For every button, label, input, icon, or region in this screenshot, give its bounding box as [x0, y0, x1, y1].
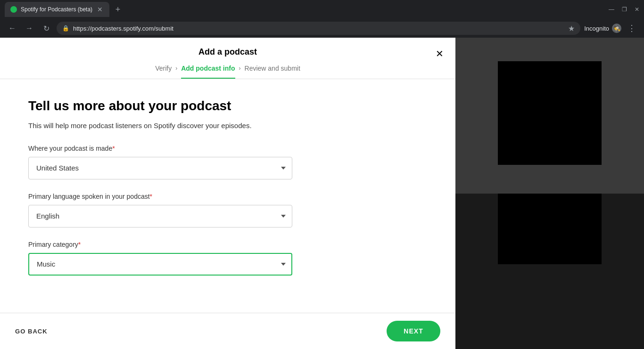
right-panel: [455, 38, 644, 349]
browser-addressbar: ← → ↻ 🔒 https://podcasters.spotify.com/s…: [0, 19, 644, 38]
new-tab-button[interactable]: +: [112, 4, 124, 15]
page-header: Add a podcast ✕ Verify › Add podcast inf…: [0, 38, 455, 79]
category-label: Primary category*: [28, 241, 292, 248]
right-panel-top: [455, 38, 644, 194]
lock-icon: 🔒: [62, 25, 69, 32]
next-button[interactable]: NEXT: [387, 321, 440, 341]
country-select-wrapper: United States United Kingdom Canada Aust…: [28, 157, 292, 179]
form-container: Tell us more about your podcast This wil…: [28, 98, 292, 276]
go-back-button[interactable]: GO BACK: [15, 328, 48, 335]
category-select-wrapper: Music Comedy News True Crime Sports Tech…: [28, 253, 292, 276]
right-panel-main-image: [498, 61, 602, 165]
incognito-label: Incognito: [584, 25, 609, 32]
language-select[interactable]: English Spanish French German Portuguese…: [28, 205, 292, 227]
window-controls: — ❐ ✕: [609, 6, 639, 13]
form-description: This will help more podcast listeners on…: [28, 122, 292, 130]
address-bar[interactable]: 🔒 https://podcasters.spotify.com/submit …: [57, 22, 580, 35]
form-scroll-area: Tell us more about your podcast This wil…: [0, 79, 455, 313]
country-form-group: Where your podcast is made* United State…: [28, 145, 292, 179]
language-form-group: Primary language spoken in your podcast*…: [28, 193, 292, 227]
page-layout: Add a podcast ✕ Verify › Add podcast inf…: [0, 38, 644, 349]
tab-title: Spotify for Podcasters (beta): [21, 6, 92, 13]
address-right-controls: ★: [568, 24, 575, 33]
incognito-icon: 🕵: [612, 24, 621, 33]
close-dialog-button[interactable]: ✕: [433, 47, 446, 60]
step-verify[interactable]: Verify: [155, 65, 172, 72]
page-footer: GO BACK NEXT: [0, 313, 455, 349]
category-form-group: Primary category* Music Comedy News True…: [28, 241, 292, 276]
step-review-submit[interactable]: Review and submit: [245, 65, 300, 72]
chevron-icon-2: ›: [239, 65, 241, 72]
page-title: Add a podcast: [0, 47, 455, 57]
incognito-area: Incognito 🕵: [584, 24, 621, 33]
main-content: Add a podcast ✕ Verify › Add podcast inf…: [0, 38, 455, 349]
right-panel-bottom: [455, 194, 644, 349]
close-window-button[interactable]: ✕: [635, 6, 639, 13]
right-panel-secondary-image: [498, 194, 602, 264]
language-required-star: *: [150, 193, 152, 200]
form-heading: Tell us more about your podcast: [28, 98, 292, 114]
url-text: https://podcasters.spotify.com/submit: [73, 25, 173, 32]
country-label: Where your podcast is made*: [28, 145, 292, 152]
language-label: Primary language spoken in your podcast*: [28, 193, 292, 200]
steps-nav: Verify › Add podcast info › Review and s…: [0, 65, 455, 79]
step-add-podcast-info[interactable]: Add podcast info: [181, 65, 235, 79]
reload-button[interactable]: ↻: [40, 22, 53, 35]
tab-favicon-icon: [10, 6, 17, 13]
country-required-star: *: [112, 145, 115, 152]
maximize-button[interactable]: ❐: [622, 6, 627, 13]
chevron-icon-1: ›: [175, 65, 177, 72]
browser-titlebar: Spotify for Podcasters (beta) ✕ + — ❐ ✕: [0, 0, 644, 19]
category-select[interactable]: Music Comedy News True Crime Sports Tech…: [28, 253, 292, 276]
tab-close-button[interactable]: ✕: [96, 6, 104, 13]
browser-chrome: Spotify for Podcasters (beta) ✕ + — ❐ ✕ …: [0, 0, 644, 38]
back-nav-button[interactable]: ←: [6, 22, 19, 35]
browser-menu-button[interactable]: ⋮: [625, 23, 638, 33]
bookmark-icon[interactable]: ★: [568, 24, 575, 33]
country-select[interactable]: United States United Kingdom Canada Aust…: [28, 157, 292, 179]
browser-tab[interactable]: Spotify for Podcasters (beta) ✕: [5, 2, 109, 17]
forward-nav-button[interactable]: →: [23, 22, 36, 35]
minimize-button[interactable]: —: [609, 6, 614, 13]
language-select-wrapper: English Spanish French German Portuguese…: [28, 205, 292, 227]
category-required-star: *: [78, 241, 81, 248]
